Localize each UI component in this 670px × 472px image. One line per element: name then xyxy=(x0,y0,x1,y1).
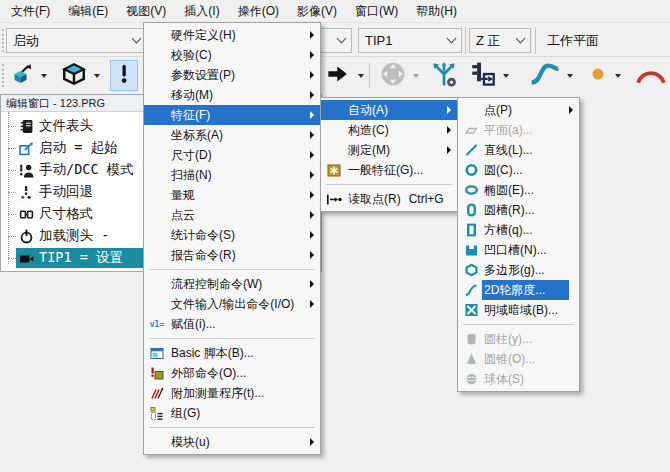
menu-item-plane[interactable]: 平面(a)... xyxy=(458,120,579,140)
mode-combo[interactable]: 启动 xyxy=(6,28,147,53)
workplane-label: 工作平面 xyxy=(541,28,605,53)
run-arrow-icon xyxy=(325,63,351,88)
submenu-arrow-icon xyxy=(310,191,314,199)
tree-row-label: 尺寸格式 xyxy=(39,205,93,223)
load-probe-icon xyxy=(18,229,34,244)
status-toolbar: 启动 启动 TIP1 Z 正 工作平面 xyxy=(0,22,670,57)
submenu-arrow-icon xyxy=(310,51,314,59)
menu-item-scan[interactable]: 扫描(N) xyxy=(144,165,320,185)
menu-item-group[interactable]: 组(G) xyxy=(144,403,320,423)
move-pad-icon xyxy=(380,61,406,90)
menu-item-ellipse[interactable]: 椭圆(E)... xyxy=(458,180,579,200)
chevron-down-icon[interactable] xyxy=(447,34,457,44)
spline-curve-button[interactable] xyxy=(527,60,563,91)
view-cube-icon xyxy=(61,61,87,90)
chevron-down-icon[interactable] xyxy=(337,34,347,44)
dropdown-caret-icon[interactable] xyxy=(358,74,364,78)
menu-item-flow-control-command[interactable]: 流程控制命令(W) xyxy=(144,274,320,294)
menu-item-notch-slot[interactable]: 凹口槽(N)... xyxy=(458,240,579,260)
group-icon xyxy=(149,406,165,421)
menu-item-report-command[interactable]: 报告命令(R) xyxy=(144,245,320,265)
move-pad-button[interactable] xyxy=(377,60,409,91)
point-dot-button[interactable] xyxy=(585,60,611,91)
submenu-arrow-icon xyxy=(310,438,314,446)
menubar-item-file[interactable]: 文件(F) xyxy=(2,0,59,22)
main-toolbar xyxy=(0,57,670,94)
menubar-item-view[interactable]: 视图(V) xyxy=(117,0,175,22)
probe-toolbox-button[interactable] xyxy=(465,60,499,91)
probe-mode-button[interactable] xyxy=(110,60,138,91)
menu-item-square-slot[interactable]: 方槽(q)... xyxy=(458,220,579,240)
menu-item-basic-script[interactable]: Basic 脚本(B)... xyxy=(144,343,320,363)
chevron-down-icon[interactable] xyxy=(132,34,142,44)
menu-item-round-slot[interactable]: 圆槽(R)... xyxy=(458,200,579,220)
menubar-item-edit[interactable]: 编辑(E) xyxy=(59,0,117,22)
menu-item-cone[interactable]: 圆锥(O)... xyxy=(458,349,579,369)
line-icon xyxy=(463,143,479,158)
run-arrow-button[interactable] xyxy=(322,60,354,91)
tip-combo[interactable]: TIP1 xyxy=(358,28,462,53)
dropdown-caret-icon[interactable] xyxy=(413,74,419,78)
menu-item-auto[interactable]: 自动(A) xyxy=(321,100,457,120)
dropdown-caret-icon[interactable] xyxy=(41,74,47,78)
menu-item-dimension[interactable]: 尺寸(D) xyxy=(144,145,320,165)
menu-item-light-dark[interactable]: 明域暗域(B)... xyxy=(458,300,579,320)
menu-item-external-command[interactable]: 外部命令(O)... xyxy=(144,363,320,383)
menu-item-file-io-command[interactable]: 文件输入/输出命令(I/O) xyxy=(144,294,320,314)
menu-item-cylinder[interactable]: 圆柱(y)... xyxy=(458,329,579,349)
submenu-arrow-icon xyxy=(310,251,314,259)
probe-mode-icon xyxy=(114,61,134,90)
menu-item-gauge[interactable]: 量规 xyxy=(144,185,320,205)
menu-item-attach-measure-program[interactable]: 附加测量程序(t)... xyxy=(144,383,320,403)
submenu-arrow-icon xyxy=(310,91,314,99)
chevron-down-icon[interactable] xyxy=(516,34,526,44)
dropdown-caret-icon[interactable] xyxy=(567,74,573,78)
menu-item-module[interactable]: 模块(u) xyxy=(144,432,320,452)
startup-icon xyxy=(18,141,34,156)
menu-item-point[interactable]: 点(P) xyxy=(458,100,579,120)
menu-item-constructed[interactable]: 构造(C) xyxy=(321,120,457,140)
submenu-arrow-icon xyxy=(310,71,314,79)
probe-cube-button[interactable] xyxy=(7,60,37,91)
menu-item-parameter-settings[interactable]: 参数设置(P) xyxy=(144,65,320,85)
menu-item-read-point[interactable]: 读取点(R) Ctrl+G xyxy=(321,189,457,209)
menu-item-shortcut: Ctrl+G xyxy=(409,192,444,206)
menubar-item-vision[interactable]: 影像(V) xyxy=(288,0,346,22)
menubar-item-window[interactable]: 窗口(W) xyxy=(346,0,407,22)
tree-row-label: 启动 = 起始 xyxy=(39,139,117,157)
dropdown-caret-icon[interactable] xyxy=(503,74,509,78)
submenu-arrow-icon xyxy=(310,171,314,179)
menu-item-alignment[interactable]: 坐标系(A) xyxy=(144,125,320,145)
cylinder-icon xyxy=(463,332,479,347)
probe-toolbox-icon xyxy=(468,61,496,90)
dropdown-caret-icon[interactable] xyxy=(615,74,621,78)
menu-item-move[interactable]: 移动(M) xyxy=(144,85,320,105)
menu-item-circle[interactable]: 圆(C)... xyxy=(458,160,579,180)
read-point-icon xyxy=(326,192,342,207)
axis-combo[interactable]: Z 正 xyxy=(469,28,531,53)
menu-separator xyxy=(463,324,574,325)
menu-item-feature[interactable]: 特征(F) xyxy=(144,105,320,125)
menu-item-assignment[interactable]: v1=赋值(i)... xyxy=(144,314,320,334)
menubar-item-operate[interactable]: 操作(O) xyxy=(229,0,288,22)
menu-item-statistics-command[interactable]: 统计命令(S) xyxy=(144,225,320,245)
submenu-arrow-icon xyxy=(310,280,314,288)
menu-item-polygon[interactable]: 多边形(g)... xyxy=(458,260,579,280)
menu-item-measured[interactable]: 测定(M) xyxy=(321,140,457,160)
menu-item-2d-profile[interactable]: 2D轮廓度... xyxy=(458,280,579,300)
path-gear-button[interactable] xyxy=(428,60,460,91)
menubar-item-help[interactable]: 帮助(H) xyxy=(407,0,466,22)
menu-separator xyxy=(326,184,452,185)
view-cube-button[interactable] xyxy=(58,60,90,91)
menubar-item-insert[interactable]: 插入(I) xyxy=(175,0,228,22)
menu-item-sphere[interactable]: 球体(S) xyxy=(458,369,579,389)
menu-item-generic-feature[interactable]: 一般特征(G)... xyxy=(321,160,457,180)
menu-item-line[interactable]: 直线(L)... xyxy=(458,140,579,160)
menu-item-hardware-definition[interactable]: 硬件定义(H) xyxy=(144,25,320,45)
menu-item-pointcloud[interactable]: 点云 xyxy=(144,205,320,225)
menu-separator xyxy=(149,338,315,339)
path-gear-icon xyxy=(431,61,457,90)
dropdown-caret-icon[interactable] xyxy=(94,74,100,78)
menu-item-calibrate[interactable]: 校验(C) xyxy=(144,45,320,65)
arc-button[interactable] xyxy=(632,60,670,91)
